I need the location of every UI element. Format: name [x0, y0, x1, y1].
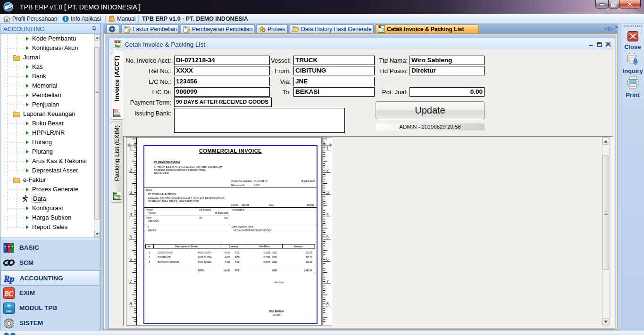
module-button-accounting[interactable]: RpACCOUNTING	[0, 270, 100, 286]
tree-item-harga-subkon[interactable]: Harga Subkon	[0, 213, 93, 222]
tree-item-konfigurasi-akun[interactable]: Konfigurasi Akun	[0, 43, 93, 53]
scroll-up-button[interactable]	[602, 138, 609, 145]
scroll-thumb[interactable]	[602, 155, 609, 270]
module-button-exim[interactable]: BCEXIM	[0, 286, 100, 301]
tree-item-hpp-lr-nr[interactable]: HPP/LR/NR	[0, 128, 93, 138]
tree-item-hutang[interactable]: Hutang	[0, 138, 93, 147]
tree-item-penjualan[interactable]: Penjualan	[0, 100, 93, 109]
vessel-field[interactable]: TRUCK	[293, 56, 375, 65]
tree-item-data[interactable]: Data	[0, 194, 93, 204]
inquiry-action-button[interactable]: Inquiry	[621, 53, 644, 74]
child-close-icon[interactable]	[605, 41, 612, 48]
tab-label: Data History Hasil Generate	[301, 26, 371, 33]
module-button-basic[interactable]: BASIC	[0, 240, 100, 255]
preview-vertical-scrollbar[interactable]	[602, 137, 610, 326]
leaf-arrow-icon	[26, 150, 29, 154]
tree-item-arus-kas-rekonsi[interactable]: Arus Kas & Rekonsi	[0, 156, 93, 166]
tree-item-jurnal[interactable]: Jurnal	[0, 53, 93, 62]
doc-label: Buyer :	[146, 188, 153, 191]
tab-packing-list-exim[interactable]: Packing List (EXIM)	[111, 122, 123, 203]
module-label: EXIM	[19, 289, 35, 296]
print-action-label: Print	[621, 91, 644, 98]
tree-item-depresiasi-asset[interactable]: Depresiasi Asset	[0, 166, 93, 175]
svg-text:3: 3	[130, 189, 132, 195]
module-button-sistem[interactable]: SISTEM	[0, 316, 100, 331]
ttd-nama-field[interactable]: Wiro Sableng	[410, 56, 485, 65]
tab-faktur-pembelian[interactable]: Faktur Pembelian	[121, 25, 179, 33]
scroll-down-button[interactable]	[94, 231, 100, 237]
tree-item-label: Kode Pembantu	[32, 35, 76, 42]
toolbar-item-manual[interactable]: ? Manual	[109, 15, 135, 23]
tab-pembayaran-pembelian[interactable]: Pembayaran Pembelian	[181, 25, 254, 33]
tree-item-kode-pembantu[interactable]: Kode Pembantu	[0, 34, 93, 43]
tab-proses[interactable]: Proses	[256, 25, 288, 33]
tree-item-piutang[interactable]: Piutang	[0, 147, 93, 156]
application-root: TPB ERP v1.0 [ PT. DEMO INDONESIA ] Prof…	[0, 0, 644, 335]
doc-total-qty: 14,520	[213, 269, 230, 272]
toolbar-separator	[138, 16, 139, 22]
payment-term-field[interactable]: 90 DAYS AFTER RECEIVED GOODS	[174, 98, 272, 107]
field-label: Payment Term:	[124, 99, 171, 106]
leaf-arrow-icon	[26, 37, 29, 41]
tree-item-memorial[interactable]: Memorial	[0, 81, 93, 90]
tree-item-label: Hutang	[32, 139, 52, 146]
folder-icon	[13, 177, 20, 183]
tab-close-icon[interactable]: ×	[615, 25, 619, 30]
close-button[interactable]	[619, 0, 641, 8]
leaf-arrow-icon	[26, 140, 29, 144]
via-field[interactable]: JNE	[293, 77, 375, 86]
taskbar-app-icon[interactable]	[10, 333, 16, 335]
sidebar-grip[interactable]	[624, 25, 642, 27]
tree-item-label: Data	[32, 195, 47, 202]
tab-gear[interactable]	[106, 25, 119, 33]
scroll-thumb[interactable]	[94, 47, 100, 220]
leaf-arrow-icon	[26, 103, 29, 106]
doc-value: 90 DAYS AFTER RECEIVED GOODS	[234, 229, 271, 232]
tree-item-kas[interactable]: Kas	[0, 62, 93, 72]
home-icon	[3, 16, 10, 22]
taskbar-app-icon[interactable]	[4, 333, 9, 335]
cetak-invoice-window: Cetak Invoice & Packing List Invoice (AC…	[109, 38, 615, 328]
ttd-posisi-field[interactable]: Direktur	[410, 66, 485, 75]
leaf-arrow-icon	[26, 206, 29, 210]
restore-button[interactable]	[608, 0, 619, 8]
from-field[interactable]: CIBITUNG	[293, 66, 375, 75]
scroll-up-button[interactable]	[94, 34, 100, 41]
tree-item-pembelian[interactable]: Pembelian	[0, 90, 93, 100]
update-button[interactable]: Update	[376, 101, 485, 119]
child-minimize-icon[interactable]	[588, 41, 595, 48]
minimize-button[interactable]	[595, 0, 609, 8]
tab-data-history-hasil-generate[interactable]: Data History Hasil Generate	[290, 25, 374, 33]
tree-item-proses-generate[interactable]: Proses Generate	[0, 185, 93, 194]
tree-item-report-sales[interactable]: Report Sales	[0, 222, 93, 232]
tab-cetak-invoice-packing-list[interactable]: Cetak Invoice & Packing List	[376, 25, 479, 33]
pin-icon[interactable]	[92, 26, 97, 32]
module-button-modul-tpb[interactable]: TPBMODUL TPB	[0, 301, 100, 316]
tree-item-e-faktur[interactable]: e-Faktur	[0, 175, 93, 185]
leaf-arrow-icon	[26, 46, 29, 50]
toolbar-item-info-aplikasi[interactable]: Info Aplikasi	[62, 15, 101, 23]
tree-connector-line	[16, 194, 17, 204]
tree-item-konfigurasi[interactable]: Konfigurasi	[0, 204, 93, 213]
pot-jual-field[interactable]: 0.00	[410, 87, 485, 97]
to-field[interactable]: BEKASI	[293, 87, 375, 97]
tab-scroll-right-icon[interactable]: ▷	[610, 25, 613, 31]
tree-item-buku-besar[interactable]: Buku Besar	[0, 119, 93, 128]
tree-vertical-scrollbar[interactable]	[94, 34, 100, 237]
toolbar-item-profil-perusahaan[interactable]: Profil Perusahaan	[3, 15, 57, 23]
doc-item-cell: AK63-01038A	[198, 256, 212, 259]
close-action-button[interactable]: Close	[621, 31, 644, 50]
tab-scroll-left-icon[interactable]: ◁	[604, 25, 608, 31]
print-action-button[interactable]: Print	[621, 76, 644, 98]
doc-item-cell: 1	[145, 251, 153, 254]
tab-invoice-acct[interactable]: Invoice (ACCT) EXI	[111, 52, 123, 120]
scroll-down-button[interactable]	[602, 318, 609, 325]
issuing-bank-field[interactable]	[174, 108, 345, 133]
tree-item-label: Jurnal	[23, 54, 40, 61]
tree-item-bank[interactable]: Bank	[0, 72, 93, 81]
tree-item-laporan-keuangan[interactable]: Laporan Keuangan	[0, 109, 93, 119]
child-restore-icon[interactable]	[597, 41, 604, 48]
doc-item-cell: 4,320	[213, 261, 230, 263]
svg-text:6: 6	[326, 256, 329, 261]
module-button-scm[interactable]: SCM	[0, 255, 100, 270]
